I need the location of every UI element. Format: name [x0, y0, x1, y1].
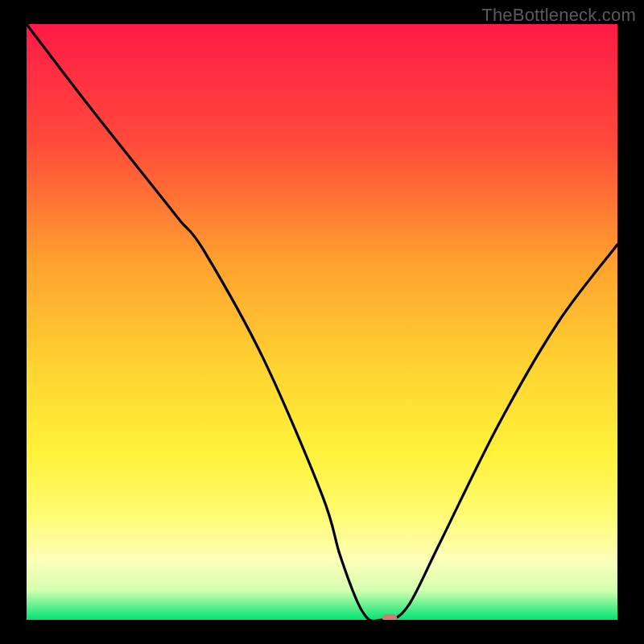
plot-area — [27, 24, 617, 620]
watermark-text: TheBottleneck.com — [481, 5, 636, 26]
optimum-marker — [382, 614, 397, 620]
gradient-background — [27, 24, 617, 620]
chart-outer-frame: TheBottleneck.com — [0, 0, 644, 644]
bottleneck-chart — [27, 24, 617, 620]
